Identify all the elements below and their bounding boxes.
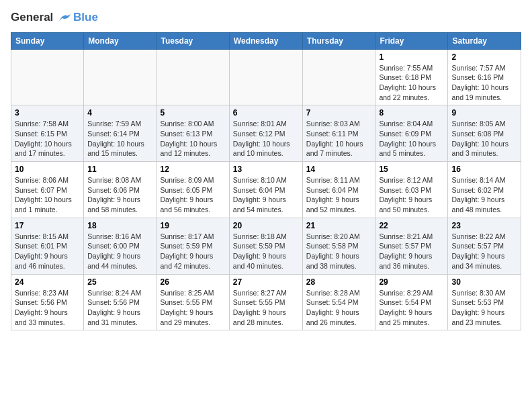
week-row-5: 24Sunrise: 8:23 AMSunset: 5:56 PMDayligh… (11, 274, 521, 330)
day-number: 26 (161, 277, 226, 287)
day-number: 13 (233, 165, 299, 174)
day-info: Sunrise: 8:18 AMSunset: 5:59 PMDaylight:… (233, 232, 299, 271)
day-cell-8: 8Sunrise: 8:04 AMSunset: 6:09 PMDaylight… (375, 105, 448, 162)
day-cell-4: 4Sunrise: 7:59 AMSunset: 6:14 PMDaylight… (84, 105, 157, 162)
day-info: Sunrise: 8:11 AMSunset: 6:04 PMDaylight:… (306, 175, 372, 215)
day-number: 27 (233, 277, 299, 287)
weekday-header-thursday: Thursday (302, 32, 375, 49)
day-number: 3 (15, 108, 80, 118)
day-info: Sunrise: 8:23 AMSunset: 5:56 PMDaylight:… (15, 288, 80, 328)
day-info: Sunrise: 8:03 AMSunset: 6:11 PMDaylight:… (306, 119, 372, 158)
day-info: Sunrise: 8:09 AMSunset: 6:05 PMDaylight:… (161, 175, 226, 215)
day-info: Sunrise: 8:01 AMSunset: 6:12 PMDaylight:… (233, 119, 299, 158)
day-cell-15: 15Sunrise: 8:12 AMSunset: 6:03 PMDayligh… (375, 162, 448, 218)
week-row-3: 10Sunrise: 8:06 AMSunset: 6:07 PMDayligh… (11, 162, 521, 218)
day-cell-11: 11Sunrise: 8:08 AMSunset: 6:06 PMDayligh… (84, 162, 157, 218)
day-number: 22 (379, 221, 444, 230)
day-cell-5: 5Sunrise: 8:00 AMSunset: 6:13 PMDaylight… (157, 105, 229, 162)
day-cell-6: 6Sunrise: 8:01 AMSunset: 6:12 PMDaylight… (229, 105, 302, 162)
day-info: Sunrise: 8:08 AMSunset: 6:06 PMDaylight:… (87, 175, 152, 215)
day-cell-18: 18Sunrise: 8:16 AMSunset: 6:00 PMDayligh… (84, 218, 157, 274)
day-info: Sunrise: 8:28 AMSunset: 5:54 PMDaylight:… (306, 288, 372, 328)
day-info: Sunrise: 8:27 AMSunset: 5:55 PMDaylight:… (233, 288, 299, 328)
day-info: Sunrise: 7:55 AMSunset: 6:18 PMDaylight:… (379, 63, 444, 103)
day-cell-3: 3Sunrise: 7:58 AMSunset: 6:15 PMDaylight… (11, 105, 84, 162)
week-row-2: 3Sunrise: 7:58 AMSunset: 6:15 PMDaylight… (11, 105, 521, 162)
day-number: 20 (233, 221, 299, 230)
day-cell-21: 21Sunrise: 8:20 AMSunset: 5:58 PMDayligh… (302, 218, 375, 274)
day-cell-22: 22Sunrise: 8:21 AMSunset: 5:57 PMDayligh… (375, 218, 448, 274)
day-info: Sunrise: 8:30 AMSunset: 5:53 PMDaylight:… (451, 288, 517, 328)
day-cell-24: 24Sunrise: 8:23 AMSunset: 5:56 PMDayligh… (11, 274, 84, 330)
day-number: 8 (379, 108, 444, 118)
day-cell-2: 2Sunrise: 7:57 AMSunset: 6:16 PMDaylight… (448, 49, 521, 105)
logo-text: General Blue (11, 11, 98, 24)
day-number: 23 (451, 221, 517, 230)
empty-cell (302, 49, 375, 105)
day-number: 16 (451, 165, 517, 174)
day-cell-13: 13Sunrise: 8:10 AMSunset: 6:04 PMDayligh… (229, 162, 302, 218)
calendar-table: SundayMondayTuesdayWednesdayThursdayFrid… (11, 32, 521, 331)
day-info: Sunrise: 7:58 AMSunset: 6:15 PMDaylight:… (15, 119, 80, 158)
empty-cell (229, 49, 302, 105)
day-cell-7: 7Sunrise: 8:03 AMSunset: 6:11 PMDaylight… (302, 105, 375, 162)
day-number: 10 (15, 165, 80, 174)
day-number: 24 (15, 277, 80, 287)
top-area: General Blue (11, 11, 521, 27)
day-number: 17 (15, 221, 80, 230)
day-number: 7 (306, 108, 372, 118)
day-cell-17: 17Sunrise: 8:15 AMSunset: 6:01 PMDayligh… (11, 218, 84, 274)
day-info: Sunrise: 8:05 AMSunset: 6:08 PMDaylight:… (451, 119, 517, 158)
weekday-header-row: SundayMondayTuesdayWednesdayThursdayFrid… (11, 32, 521, 49)
day-number: 6 (233, 108, 299, 118)
day-info: Sunrise: 8:10 AMSunset: 6:04 PMDaylight:… (233, 175, 299, 215)
day-cell-26: 26Sunrise: 8:25 AMSunset: 5:55 PMDayligh… (157, 274, 229, 330)
day-cell-29: 29Sunrise: 8:29 AMSunset: 5:54 PMDayligh… (375, 274, 448, 330)
day-info: Sunrise: 8:14 AMSunset: 6:02 PMDaylight:… (451, 175, 517, 215)
day-info: Sunrise: 8:15 AMSunset: 6:01 PMDaylight:… (15, 232, 80, 271)
day-info: Sunrise: 8:21 AMSunset: 5:57 PMDaylight:… (379, 232, 444, 271)
day-cell-23: 23Sunrise: 8:22 AMSunset: 5:57 PMDayligh… (448, 218, 521, 274)
week-row-4: 17Sunrise: 8:15 AMSunset: 6:01 PMDayligh… (11, 218, 521, 274)
day-cell-16: 16Sunrise: 8:14 AMSunset: 6:02 PMDayligh… (448, 162, 521, 218)
day-cell-12: 12Sunrise: 8:09 AMSunset: 6:05 PMDayligh… (157, 162, 229, 218)
day-cell-9: 9Sunrise: 8:05 AMSunset: 6:08 PMDaylight… (448, 105, 521, 162)
day-info: Sunrise: 8:20 AMSunset: 5:58 PMDaylight:… (306, 232, 372, 271)
week-row-1: 1Sunrise: 7:55 AMSunset: 6:18 PMDaylight… (11, 49, 521, 105)
day-number: 29 (379, 277, 444, 287)
day-info: Sunrise: 8:16 AMSunset: 6:00 PMDaylight:… (87, 232, 152, 271)
day-cell-30: 30Sunrise: 8:30 AMSunset: 5:53 PMDayligh… (448, 274, 521, 330)
logo: General Blue (11, 11, 98, 24)
day-cell-19: 19Sunrise: 8:17 AMSunset: 5:59 PMDayligh… (157, 218, 229, 274)
weekday-header-wednesday: Wednesday (229, 32, 302, 49)
empty-cell (157, 49, 229, 105)
day-info: Sunrise: 8:06 AMSunset: 6:07 PMDaylight:… (15, 175, 80, 215)
day-number: 2 (451, 52, 517, 62)
day-number: 28 (306, 277, 372, 287)
day-number: 9 (451, 108, 517, 118)
day-info: Sunrise: 8:22 AMSunset: 5:57 PMDaylight:… (451, 232, 517, 271)
day-info: Sunrise: 8:29 AMSunset: 5:54 PMDaylight:… (379, 288, 444, 328)
empty-cell (84, 49, 157, 105)
day-info: Sunrise: 8:04 AMSunset: 6:09 PMDaylight:… (379, 119, 444, 158)
day-info: Sunrise: 7:57 AMSunset: 6:16 PMDaylight:… (451, 63, 517, 103)
day-info: Sunrise: 8:24 AMSunset: 5:56 PMDaylight:… (87, 288, 152, 328)
weekday-header-friday: Friday (375, 32, 448, 49)
day-cell-25: 25Sunrise: 8:24 AMSunset: 5:56 PMDayligh… (84, 274, 157, 330)
day-number: 19 (161, 221, 226, 230)
day-cell-1: 1Sunrise: 7:55 AMSunset: 6:18 PMDaylight… (375, 49, 448, 105)
day-cell-10: 10Sunrise: 8:06 AMSunset: 6:07 PMDayligh… (11, 162, 84, 218)
weekday-header-tuesday: Tuesday (157, 32, 229, 49)
day-number: 12 (161, 165, 226, 174)
day-number: 11 (87, 165, 152, 174)
day-cell-20: 20Sunrise: 8:18 AMSunset: 5:59 PMDayligh… (229, 218, 302, 274)
day-number: 5 (161, 108, 226, 118)
day-info: Sunrise: 7:59 AMSunset: 6:14 PMDaylight:… (87, 119, 152, 158)
empty-cell (11, 49, 84, 105)
day-number: 18 (87, 221, 152, 230)
weekday-header-monday: Monday (84, 32, 157, 49)
day-number: 21 (306, 221, 372, 230)
day-number: 14 (306, 165, 372, 174)
day-number: 30 (451, 277, 517, 287)
day-info: Sunrise: 8:25 AMSunset: 5:55 PMDaylight:… (161, 288, 226, 328)
